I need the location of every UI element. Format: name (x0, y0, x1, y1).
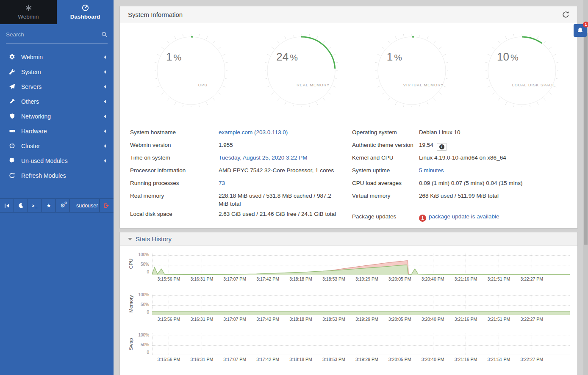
search-icon[interactable] (101, 31, 108, 38)
refresh-page-button[interactable] (562, 11, 569, 18)
gauge-tick (513, 105, 514, 107)
x-tick-label: 3:20:05 PM (388, 357, 411, 362)
sidebar-item-servers[interactable]: Servers (0, 79, 114, 94)
hostname-link[interactable]: example.com (203.0.113.0) (219, 129, 288, 135)
running-processes-link[interactable]: 73 (219, 180, 225, 186)
sidebar-item-hardware[interactable]: Hardware (0, 124, 114, 138)
gauge-tick (199, 34, 200, 36)
gauge-tick (272, 93, 274, 94)
gauge-tick (419, 105, 420, 107)
table-row: Kernel and CPULinux 4.19.0-10-amd64 on x… (352, 152, 567, 165)
logout-button[interactable] (100, 199, 114, 212)
wrench-icon (8, 69, 17, 75)
sidebar-item-unused-modules[interactable]: Un-used Modules (0, 153, 114, 168)
gauge-tick (505, 102, 507, 105)
x-tick-label: 3:17:07 PM (223, 357, 246, 362)
sidebar-item-cluster[interactable]: Cluster (0, 138, 114, 153)
gear-icon (8, 54, 17, 60)
webmin-logo-icon (25, 4, 32, 11)
tab-dashboard[interactable]: Dashboard (57, 0, 114, 24)
sidebar-item-others[interactable]: Others (0, 94, 114, 109)
sidebar: Webmin Dashboard Webmin (0, 0, 114, 375)
terminal-button[interactable]: >_ (28, 199, 42, 212)
gauge-tick (277, 98, 279, 100)
gauge-tick (488, 54, 490, 55)
gauge-tick (309, 34, 310, 36)
sidebar-footer-toolbar: >_ ★ ⚙⚙ sudouser (0, 199, 114, 212)
sidebar-item-refresh-modules[interactable]: Refresh Modules (0, 168, 114, 183)
stats-history-header[interactable]: Stats History (120, 232, 577, 246)
plot-area (152, 293, 570, 315)
moon-icon (18, 203, 24, 208)
settings-button[interactable]: ⚙⚙ (56, 199, 70, 212)
refresh-icon (562, 11, 569, 18)
package-updates-link[interactable]: package update is available (429, 213, 499, 220)
gauge-tick (556, 78, 558, 79)
sidebar-item-system[interactable]: System (0, 64, 114, 79)
gauge-tick (549, 47, 552, 49)
sidebar-item-label: Hardware (21, 128, 47, 135)
page-title: System Information (128, 11, 183, 18)
sidebar-menu: Webmin System Servers Others (0, 44, 114, 183)
table-row: Local disk space2.63 GiB used / 21.46 Gi… (130, 208, 352, 221)
favorites-button[interactable]: ★ (42, 199, 56, 212)
sidebar-item-networking[interactable]: Networking (0, 109, 114, 124)
x-tick-label: 3:19:29 PM (355, 317, 378, 322)
gauge-tick (213, 98, 215, 100)
time-on-system-link[interactable]: Tuesday, August 25, 2020 3:22 PM (219, 154, 307, 161)
x-tick-label: 3:15:56 PM (158, 276, 180, 281)
gauge-tick (537, 36, 538, 39)
chevron-left-icon (104, 130, 106, 133)
gauge-ring (157, 37, 225, 105)
table-row: Processor informationAMD EPYC 7542 32-Co… (130, 165, 352, 177)
sidebar-item-label: System (21, 69, 41, 75)
x-tick-label: 3:20:40 PM (422, 317, 444, 322)
gauge-tick (199, 105, 200, 107)
gauge-tick (175, 102, 176, 105)
gauge-tick (277, 41, 279, 43)
gauge-tick (323, 98, 325, 100)
gauge-tick (329, 93, 331, 94)
gauge-tick (544, 98, 546, 100)
system-uptime-link[interactable]: 5 minutes (419, 167, 444, 174)
search-input[interactable] (6, 31, 101, 38)
gauge-tick (219, 93, 221, 94)
theme-info-button[interactable]: i (437, 143, 447, 151)
hdd-icon (8, 128, 17, 134)
chevron-left-icon (104, 159, 106, 163)
gauge-tick (439, 93, 441, 94)
gauge-tick (556, 62, 558, 63)
x-axis-labels: 3:15:56 PM3:16:31 PM3:17:07 PM3:17:42 PM… (152, 316, 570, 323)
gauge-tick (285, 36, 286, 39)
gauge-tick (505, 36, 507, 39)
gauge-progress-arc (267, 37, 335, 105)
gauge-tick (446, 62, 448, 63)
sidebar-item-webmin[interactable]: Webmin (0, 50, 114, 64)
x-tick-label: 3:21:51 PM (488, 276, 510, 281)
x-tick-label: 3:18:53 PM (322, 357, 345, 362)
tab-webmin[interactable]: Webmin (0, 0, 57, 24)
night-mode-button[interactable] (14, 199, 28, 212)
gauge-tick (395, 36, 397, 39)
x-tick-label: 3:17:42 PM (256, 357, 279, 362)
system-information-panel: System Information 1% CPU 24% REAL MEMOR… (119, 6, 578, 229)
tab-dashboard-label: Dashboard (70, 14, 100, 20)
gauge-tick (554, 54, 556, 55)
notifications-button[interactable]: 1 (574, 24, 587, 37)
x-tick-label: 3:21:51 PM (488, 317, 510, 322)
scrollbar-thumb[interactable] (584, 33, 588, 245)
gauge-tick (395, 102, 397, 105)
gauges-row: 1% CPU 24% REAL MEMORY 1% VIRTUAL MEMORY… (120, 34, 577, 107)
gauge-tick (293, 34, 294, 36)
system-info-table: System hostnameexample.com (203.0.113.0)… (120, 127, 577, 223)
gauge-tick (219, 47, 221, 49)
gauge-tick (333, 54, 336, 55)
y-axis-title: Memory (128, 294, 133, 314)
collapse-sidebar-button[interactable] (0, 199, 14, 212)
sidebar-item-label: Un-used Modules (21, 157, 68, 164)
chevron-left-icon (104, 100, 106, 103)
gauge-tick (403, 34, 404, 36)
gauge-tick (316, 102, 318, 105)
x-tick-label: 3:15:56 PM (158, 317, 180, 322)
user-menu-button[interactable]: sudouser (70, 199, 100, 212)
